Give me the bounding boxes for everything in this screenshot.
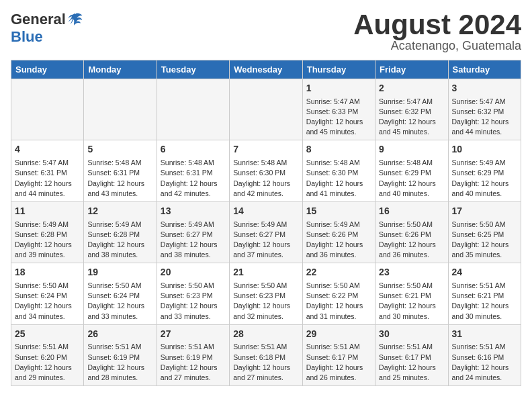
cell-daylight-info: Sunrise: 5:50 AM Sunset: 6:21 PM Dayligh… [379,281,444,322]
location-subtitle: Acatenango, Guatemala [353,39,521,53]
cell-daylight-info: Sunrise: 5:47 AM Sunset: 6:33 PM Dayligh… [306,97,371,138]
day-of-week-header: Wednesday [230,60,302,79]
cell-daylight-info: Sunrise: 5:50 AM Sunset: 6:23 PM Dayligh… [233,281,298,322]
day-number: 4 [15,143,80,156]
day-number: 20 [161,266,226,279]
cell-daylight-info: Sunrise: 5:50 AM Sunset: 6:24 PM Dayligh… [87,281,152,322]
logo-general-text: General [11,11,66,28]
day-number: 2 [379,82,444,95]
calendar-cell: 22Sunrise: 5:50 AM Sunset: 6:22 PM Dayli… [302,263,375,324]
cell-daylight-info: Sunrise: 5:51 AM Sunset: 6:20 PM Dayligh… [15,342,80,383]
calendar-cell: 20Sunrise: 5:50 AM Sunset: 6:23 PM Dayli… [157,263,229,324]
day-number: 24 [452,266,517,279]
day-of-week-header: Sunday [11,60,84,79]
day-number: 25 [15,328,80,341]
day-number: 16 [379,205,444,218]
cell-daylight-info: Sunrise: 5:50 AM Sunset: 6:26 PM Dayligh… [379,220,444,261]
logo-bird-icon [67,11,83,28]
cell-daylight-info: Sunrise: 5:49 AM Sunset: 6:28 PM Dayligh… [15,220,80,261]
calendar-cell [230,79,302,140]
cell-daylight-info: Sunrise: 5:51 AM Sunset: 6:16 PM Dayligh… [452,342,517,383]
cell-daylight-info: Sunrise: 5:51 AM Sunset: 6:21 PM Dayligh… [452,281,517,322]
day-number: 27 [161,328,226,341]
cell-daylight-info: Sunrise: 5:50 AM Sunset: 6:22 PM Dayligh… [306,281,371,322]
calendar-header-row: SundayMondayTuesdayWednesdayThursdayFrid… [11,60,521,79]
calendar-cell: 9Sunrise: 5:48 AM Sunset: 6:29 PM Daylig… [375,140,448,201]
cell-daylight-info: Sunrise: 5:48 AM Sunset: 6:30 PM Dayligh… [233,158,298,199]
day-number: 19 [87,266,152,279]
calendar-cell: 5Sunrise: 5:48 AM Sunset: 6:31 PM Daylig… [84,140,157,201]
calendar-cell: 23Sunrise: 5:50 AM Sunset: 6:21 PM Dayli… [375,263,448,324]
calendar-week-row: 1Sunrise: 5:47 AM Sunset: 6:33 PM Daylig… [11,79,521,140]
day-of-week-header: Saturday [448,60,521,79]
day-number: 17 [452,205,517,218]
day-of-week-header: Friday [375,60,448,79]
day-number: 18 [15,266,80,279]
month-year-title: August 2024 [353,11,521,39]
day-number: 6 [161,143,226,156]
cell-daylight-info: Sunrise: 5:49 AM Sunset: 6:28 PM Dayligh… [87,220,152,261]
calendar-cell: 18Sunrise: 5:50 AM Sunset: 6:24 PM Dayli… [11,263,84,324]
cell-daylight-info: Sunrise: 5:49 AM Sunset: 6:29 PM Dayligh… [452,158,517,199]
calendar-cell: 12Sunrise: 5:49 AM Sunset: 6:28 PM Dayli… [84,201,157,263]
calendar-week-row: 4Sunrise: 5:47 AM Sunset: 6:31 PM Daylig… [11,140,521,201]
logo: General Blue [11,11,83,46]
cell-daylight-info: Sunrise: 5:51 AM Sunset: 6:19 PM Dayligh… [87,342,152,383]
calendar-cell: 2Sunrise: 5:47 AM Sunset: 6:32 PM Daylig… [375,79,448,140]
calendar-week-row: 18Sunrise: 5:50 AM Sunset: 6:24 PM Dayli… [11,263,521,324]
day-number: 21 [233,266,298,279]
calendar-cell: 11Sunrise: 5:49 AM Sunset: 6:28 PM Dayli… [11,201,84,263]
calendar-cell: 24Sunrise: 5:51 AM Sunset: 6:21 PM Dayli… [448,263,521,324]
day-of-week-header: Tuesday [157,60,229,79]
day-number: 26 [87,328,152,341]
day-of-week-header: Monday [84,60,157,79]
calendar-cell: 21Sunrise: 5:50 AM Sunset: 6:23 PM Dayli… [230,263,302,324]
day-number: 14 [233,205,298,218]
cell-daylight-info: Sunrise: 5:47 AM Sunset: 6:32 PM Dayligh… [379,97,444,138]
cell-daylight-info: Sunrise: 5:48 AM Sunset: 6:29 PM Dayligh… [379,158,444,199]
calendar-cell: 1Sunrise: 5:47 AM Sunset: 6:33 PM Daylig… [302,79,375,140]
cell-daylight-info: Sunrise: 5:51 AM Sunset: 6:18 PM Dayligh… [233,342,298,383]
cell-daylight-info: Sunrise: 5:49 AM Sunset: 6:27 PM Dayligh… [161,220,226,261]
cell-daylight-info: Sunrise: 5:50 AM Sunset: 6:24 PM Dayligh… [15,281,80,322]
calendar-cell: 10Sunrise: 5:49 AM Sunset: 6:29 PM Dayli… [448,140,521,201]
day-number: 10 [452,143,517,156]
calendar-cell [157,79,229,140]
calendar-cell: 19Sunrise: 5:50 AM Sunset: 6:24 PM Dayli… [84,263,157,324]
calendar-week-row: 11Sunrise: 5:49 AM Sunset: 6:28 PM Dayli… [11,201,521,263]
calendar-cell: 4Sunrise: 5:47 AM Sunset: 6:31 PM Daylig… [11,140,84,201]
calendar-cell: 27Sunrise: 5:51 AM Sunset: 6:19 PM Dayli… [157,324,229,385]
day-number: 1 [306,82,371,95]
day-number: 8 [306,143,371,156]
cell-daylight-info: Sunrise: 5:48 AM Sunset: 6:30 PM Dayligh… [306,158,371,199]
cell-daylight-info: Sunrise: 5:47 AM Sunset: 6:32 PM Dayligh… [452,97,517,138]
day-number: 23 [379,266,444,279]
calendar-week-row: 25Sunrise: 5:51 AM Sunset: 6:20 PM Dayli… [11,324,521,385]
day-number: 28 [233,328,298,341]
calendar-cell: 30Sunrise: 5:51 AM Sunset: 6:17 PM Dayli… [375,324,448,385]
calendar-cell: 29Sunrise: 5:51 AM Sunset: 6:17 PM Dayli… [302,324,375,385]
day-number: 30 [379,328,444,341]
calendar-cell [84,79,157,140]
calendar-cell: 15Sunrise: 5:49 AM Sunset: 6:26 PM Dayli… [302,201,375,263]
calendar-cell: 7Sunrise: 5:48 AM Sunset: 6:30 PM Daylig… [230,140,302,201]
calendar-cell [11,79,84,140]
calendar-cell: 3Sunrise: 5:47 AM Sunset: 6:32 PM Daylig… [448,79,521,140]
cell-daylight-info: Sunrise: 5:51 AM Sunset: 6:17 PM Dayligh… [379,342,444,383]
day-number: 12 [87,205,152,218]
cell-daylight-info: Sunrise: 5:50 AM Sunset: 6:25 PM Dayligh… [452,220,517,261]
day-number: 11 [15,205,80,218]
cell-daylight-info: Sunrise: 5:51 AM Sunset: 6:17 PM Dayligh… [306,342,371,383]
calendar-cell: 13Sunrise: 5:49 AM Sunset: 6:27 PM Dayli… [157,201,229,263]
calendar-cell: 28Sunrise: 5:51 AM Sunset: 6:18 PM Dayli… [230,324,302,385]
day-number: 9 [379,143,444,156]
day-number: 3 [452,82,517,95]
cell-daylight-info: Sunrise: 5:47 AM Sunset: 6:31 PM Dayligh… [15,158,80,199]
calendar-cell: 31Sunrise: 5:51 AM Sunset: 6:16 PM Dayli… [448,324,521,385]
cell-daylight-info: Sunrise: 5:48 AM Sunset: 6:31 PM Dayligh… [161,158,226,199]
day-number: 13 [161,205,226,218]
day-number: 29 [306,328,371,341]
day-number: 15 [306,205,371,218]
cell-daylight-info: Sunrise: 5:48 AM Sunset: 6:31 PM Dayligh… [87,158,152,199]
calendar-cell: 16Sunrise: 5:50 AM Sunset: 6:26 PM Dayli… [375,201,448,263]
